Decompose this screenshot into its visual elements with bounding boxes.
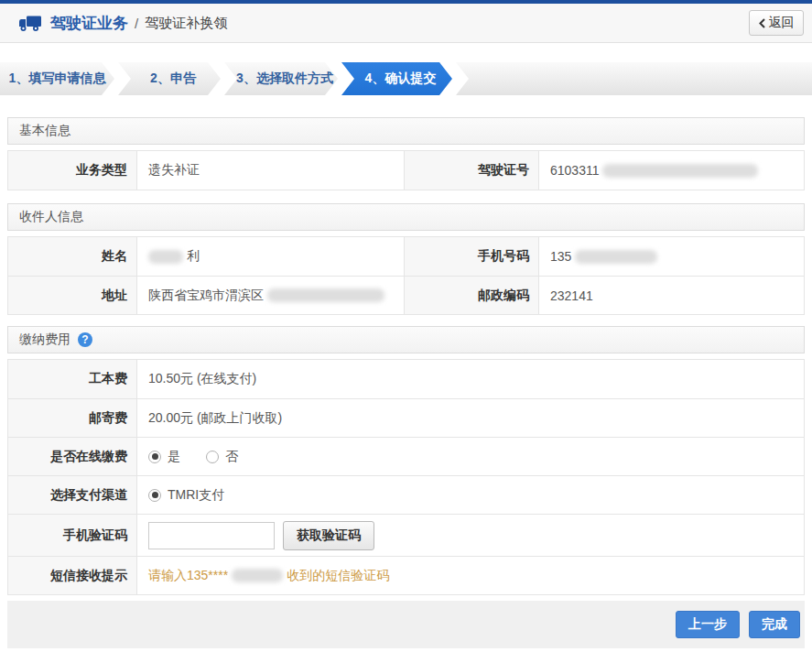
section-title: 基本信息 [19, 123, 70, 139]
table-row: 工本费 10.50元 (在线支付) [8, 360, 804, 398]
table-row: 选择支付渠道 TMRI支付 [8, 475, 804, 514]
wizard-filler [456, 62, 812, 95]
get-code-button[interactable]: 获取验证码 [283, 521, 374, 550]
basic-info-table: 业务类型 遗失补证 驾驶证号 6103311 [7, 150, 805, 190]
section-header-basic-info: 基本信息 [7, 117, 805, 145]
redacted-blur [267, 288, 384, 302]
postage-value: 20.00元 (邮政上门收取) [137, 399, 804, 437]
radio-selected-icon[interactable] [148, 489, 161, 502]
license-no-label: 驾驶证号 [404, 151, 539, 190]
table-row: 是否在线缴费 是 否 [8, 437, 804, 475]
radio-yes[interactable]: 是 [148, 449, 206, 465]
table-row: 业务类型 遗失补证 驾驶证号 6103311 [8, 151, 804, 190]
cost-label: 工本费 [8, 360, 137, 398]
radio-no[interactable]: 否 [206, 449, 264, 465]
back-button-label: 返回 [769, 15, 795, 31]
recipient-info-table: 姓名 利 手机号码 135 地址 陕西省宝鸡市渭滨区 邮政编码 232141 [7, 236, 805, 315]
truck-icon [18, 15, 42, 32]
step-wizard: 1、填写申请信息 2、申告 3、选择取件方式 4、确认提交 [0, 62, 812, 95]
sms-hint-label: 短信接收提示 [8, 557, 137, 594]
section-header-fees: 缴纳费用 ? [7, 326, 805, 353]
sms-code-label: 手机验证码 [8, 515, 137, 556]
radio-unselected-icon[interactable] [206, 451, 219, 463]
redacted-blur [575, 250, 657, 264]
help-icon[interactable]: ? [78, 332, 92, 347]
phone-value: 135 [539, 237, 804, 276]
page-title: 驾驶证业务 [50, 13, 128, 34]
online-pay-options: 是 否 [137, 438, 804, 475]
wizard-step-2[interactable]: 2、申告 [118, 62, 221, 95]
name-value: 利 [137, 237, 404, 276]
redacted-blur [602, 164, 758, 178]
chevron-left-icon [759, 18, 765, 28]
table-row: 手机验证码 获取验证码 [8, 514, 804, 556]
breadcrumb-separator: / [135, 16, 138, 31]
section-title: 缴纳费用 [19, 331, 70, 348]
online-pay-label: 是否在线缴费 [8, 438, 137, 475]
license-no-value: 6103311 [539, 151, 804, 190]
phone-label: 手机号码 [404, 237, 539, 276]
previous-step-button[interactable]: 上一步 [676, 611, 740, 638]
radio-tmri[interactable]: TMRI支付 [148, 487, 250, 504]
channel-options: TMRI支付 [137, 476, 804, 514]
address-value: 陕西省宝鸡市渭滨区 [137, 277, 404, 314]
table-row: 地址 陕西省宝鸡市渭滨区 邮政编码 232141 [8, 276, 804, 314]
postcode-value: 232141 [539, 277, 804, 314]
sms-hint-value: 请输入135**** 收到的短信验证码 [137, 557, 804, 594]
footer-action-bar: 上一步 完成 [7, 601, 805, 648]
address-label: 地址 [8, 277, 137, 314]
postcode-label: 邮政编码 [404, 277, 539, 314]
back-button[interactable]: 返回 [749, 10, 804, 36]
sms-code-input[interactable] [148, 522, 275, 549]
wizard-step-3[interactable]: 3、选择取件方式 [224, 62, 338, 95]
business-type-label: 业务类型 [8, 151, 137, 190]
table-row: 邮寄费 20.00元 (邮政上门收取) [8, 398, 804, 437]
main-content: 基本信息 业务类型 遗失补证 驾驶证号 6103311 收件人信息 姓名 利 手… [0, 117, 812, 648]
wizard-step-4[interactable]: 4、确认提交 [341, 62, 452, 95]
fees-table: 工本费 10.50元 (在线支付) 邮寄费 20.00元 (邮政上门收取) 是否… [7, 359, 805, 595]
cost-value: 10.50元 (在线支付) [137, 360, 804, 398]
section-title: 收件人信息 [19, 209, 83, 225]
name-label: 姓名 [8, 237, 137, 276]
page-header: 驾驶证业务 / 驾驶证补换领 返回 [0, 4, 812, 43]
wizard-step-1[interactable]: 1、填写申请信息 [0, 62, 114, 95]
table-row: 短信接收提示 请输入135**** 收到的短信验证码 [8, 556, 804, 594]
breadcrumb-current: 驾驶证补换领 [145, 15, 227, 32]
section-header-recipient-info: 收件人信息 [7, 203, 805, 231]
redacted-blur [148, 250, 183, 264]
radio-selected-icon[interactable] [148, 451, 161, 463]
postage-label: 邮寄费 [8, 399, 137, 437]
channel-label: 选择支付渠道 [8, 476, 137, 514]
table-row: 姓名 利 手机号码 135 [8, 237, 804, 276]
sms-code-cell: 获取验证码 [137, 515, 804, 556]
redacted-blur [232, 569, 283, 582]
business-type-value: 遗失补证 [137, 151, 404, 190]
finish-button[interactable]: 完成 [749, 611, 800, 638]
